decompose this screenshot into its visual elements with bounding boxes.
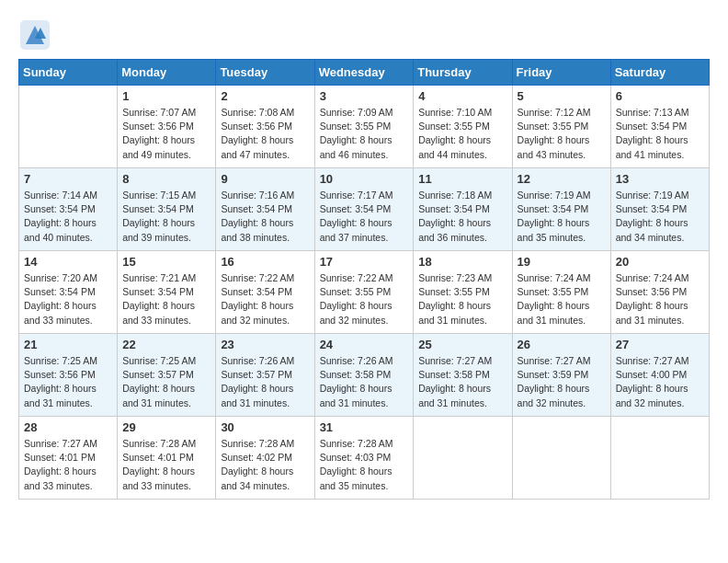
calendar-day-26: 26Sunrise: 7:27 AM Sunset: 3:59 PM Dayli… (512, 334, 610, 417)
day-info: Sunrise: 7:22 AM Sunset: 3:55 PM Dayligh… (320, 271, 409, 327)
day-info: Sunrise: 7:24 AM Sunset: 3:56 PM Dayligh… (616, 271, 704, 327)
day-number: 10 (320, 172, 409, 186)
calendar-day-10: 10Sunrise: 7:17 AM Sunset: 3:54 PM Dayli… (314, 168, 414, 251)
weekday-header-friday: Friday (512, 60, 610, 86)
day-number: 25 (418, 338, 506, 351)
calendar-week-row: 21Sunrise: 7:25 AM Sunset: 3:56 PM Dayli… (19, 334, 710, 417)
day-info: Sunrise: 7:09 AM Sunset: 3:55 PM Dayligh… (320, 106, 409, 162)
calendar-day-13: 13Sunrise: 7:19 AM Sunset: 3:54 PM Dayli… (610, 168, 709, 251)
calendar-day-2: 2Sunrise: 7:08 AM Sunset: 3:56 PM Daylig… (216, 86, 314, 168)
weekday-header-monday: Monday (118, 60, 216, 86)
day-number: 12 (518, 172, 606, 186)
day-info: Sunrise: 7:14 AM Sunset: 3:54 PM Dayligh… (24, 189, 112, 245)
calendar-day-25: 25Sunrise: 7:27 AM Sunset: 3:58 PM Dayli… (414, 334, 512, 417)
day-number: 28 (24, 420, 112, 434)
day-info: Sunrise: 7:13 AM Sunset: 3:54 PM Dayligh… (616, 106, 704, 162)
day-number: 14 (24, 255, 112, 269)
calendar-day-20: 20Sunrise: 7:24 AM Sunset: 3:56 PM Dayli… (610, 251, 709, 334)
calendar-empty-cell (512, 417, 610, 500)
day-number: 16 (221, 255, 309, 269)
calendar-day-14: 14Sunrise: 7:20 AM Sunset: 3:54 PM Dayli… (19, 251, 118, 334)
day-number: 26 (518, 338, 606, 351)
day-info: Sunrise: 7:08 AM Sunset: 3:56 PM Dayligh… (221, 106, 309, 162)
logo-icon (18, 18, 51, 52)
day-info: Sunrise: 7:16 AM Sunset: 3:54 PM Dayligh… (221, 189, 309, 245)
day-info: Sunrise: 7:15 AM Sunset: 3:54 PM Dayligh… (122, 189, 210, 245)
day-info: Sunrise: 7:27 AM Sunset: 3:59 PM Dayligh… (518, 354, 606, 410)
calendar-table: SundayMondayTuesdayWednesdayThursdayFrid… (18, 59, 710, 500)
day-info: Sunrise: 7:19 AM Sunset: 3:54 PM Dayligh… (616, 189, 704, 245)
calendar-empty-cell (610, 417, 709, 500)
calendar-empty-cell (414, 417, 512, 500)
day-info: Sunrise: 7:22 AM Sunset: 3:54 PM Dayligh… (221, 271, 309, 327)
calendar-day-6: 6Sunrise: 7:13 AM Sunset: 3:54 PM Daylig… (610, 86, 709, 168)
calendar-day-16: 16Sunrise: 7:22 AM Sunset: 3:54 PM Dayli… (216, 251, 314, 334)
calendar-day-7: 7Sunrise: 7:14 AM Sunset: 3:54 PM Daylig… (19, 168, 118, 251)
calendar-day-12: 12Sunrise: 7:19 AM Sunset: 3:54 PM Dayli… (512, 168, 610, 251)
calendar-day-15: 15Sunrise: 7:21 AM Sunset: 3:54 PM Dayli… (118, 251, 216, 334)
day-number: 2 (221, 89, 309, 103)
weekday-header-tuesday: Tuesday (216, 60, 314, 86)
calendar-day-22: 22Sunrise: 7:25 AM Sunset: 3:57 PM Dayli… (118, 334, 216, 417)
day-number: 20 (616, 255, 704, 269)
day-info: Sunrise: 7:25 AM Sunset: 3:56 PM Dayligh… (24, 354, 112, 410)
weekday-header-thursday: Thursday (414, 60, 512, 86)
calendar-day-9: 9Sunrise: 7:16 AM Sunset: 3:54 PM Daylig… (216, 168, 314, 251)
calendar-week-row: 28Sunrise: 7:27 AM Sunset: 4:01 PM Dayli… (19, 417, 710, 500)
day-number: 13 (616, 172, 704, 186)
calendar-day-11: 11Sunrise: 7:18 AM Sunset: 3:54 PM Dayli… (414, 168, 512, 251)
day-info: Sunrise: 7:24 AM Sunset: 3:55 PM Dayligh… (518, 271, 606, 327)
calendar-day-24: 24Sunrise: 7:26 AM Sunset: 3:58 PM Dayli… (314, 334, 414, 417)
day-number: 5 (518, 89, 606, 103)
day-info: Sunrise: 7:26 AM Sunset: 3:58 PM Dayligh… (320, 354, 409, 410)
calendar-day-28: 28Sunrise: 7:27 AM Sunset: 4:01 PM Dayli… (19, 417, 118, 500)
calendar-day-4: 4Sunrise: 7:10 AM Sunset: 3:55 PM Daylig… (414, 86, 512, 168)
calendar-empty-cell (19, 86, 118, 168)
day-number: 15 (122, 255, 210, 269)
calendar-day-30: 30Sunrise: 7:28 AM Sunset: 4:02 PM Dayli… (216, 417, 314, 500)
calendar-day-19: 19Sunrise: 7:24 AM Sunset: 3:55 PM Dayli… (512, 251, 610, 334)
day-number: 18 (418, 255, 506, 269)
day-info: Sunrise: 7:28 AM Sunset: 4:01 PM Dayligh… (122, 437, 210, 493)
calendar-day-3: 3Sunrise: 7:09 AM Sunset: 3:55 PM Daylig… (314, 86, 414, 168)
day-info: Sunrise: 7:25 AM Sunset: 3:57 PM Dayligh… (122, 354, 210, 410)
day-number: 8 (122, 172, 210, 186)
day-number: 4 (418, 89, 506, 103)
day-number: 6 (616, 89, 704, 103)
day-number: 31 (320, 420, 409, 434)
day-info: Sunrise: 7:28 AM Sunset: 4:03 PM Dayligh… (320, 437, 409, 493)
day-info: Sunrise: 7:23 AM Sunset: 3:55 PM Dayligh… (418, 271, 506, 327)
day-info: Sunrise: 7:27 AM Sunset: 3:58 PM Dayligh… (418, 354, 506, 410)
calendar-day-31: 31Sunrise: 7:28 AM Sunset: 4:03 PM Dayli… (314, 417, 414, 500)
calendar-day-21: 21Sunrise: 7:25 AM Sunset: 3:56 PM Dayli… (19, 334, 118, 417)
day-info: Sunrise: 7:12 AM Sunset: 3:55 PM Dayligh… (518, 106, 606, 162)
calendar-week-row: 7Sunrise: 7:14 AM Sunset: 3:54 PM Daylig… (19, 168, 710, 251)
calendar-day-29: 29Sunrise: 7:28 AM Sunset: 4:01 PM Dayli… (118, 417, 216, 500)
calendar-day-5: 5Sunrise: 7:12 AM Sunset: 3:55 PM Daylig… (512, 86, 610, 168)
day-number: 3 (320, 89, 409, 103)
calendar-day-23: 23Sunrise: 7:26 AM Sunset: 3:57 PM Dayli… (216, 334, 314, 417)
calendar-day-18: 18Sunrise: 7:23 AM Sunset: 3:55 PM Dayli… (414, 251, 512, 334)
calendar-day-27: 27Sunrise: 7:27 AM Sunset: 4:00 PM Dayli… (610, 334, 709, 417)
day-info: Sunrise: 7:18 AM Sunset: 3:54 PM Dayligh… (418, 189, 506, 245)
day-number: 7 (24, 172, 112, 186)
day-info: Sunrise: 7:07 AM Sunset: 3:56 PM Dayligh… (122, 106, 210, 162)
day-info: Sunrise: 7:19 AM Sunset: 3:54 PM Dayligh… (518, 189, 606, 245)
day-info: Sunrise: 7:10 AM Sunset: 3:55 PM Dayligh… (418, 106, 506, 162)
weekday-header-sunday: Sunday (19, 60, 118, 86)
calendar-day-8: 8Sunrise: 7:15 AM Sunset: 3:54 PM Daylig… (118, 168, 216, 251)
day-number: 1 (122, 89, 210, 103)
calendar-week-row: 1Sunrise: 7:07 AM Sunset: 3:56 PM Daylig… (19, 86, 710, 168)
day-info: Sunrise: 7:21 AM Sunset: 3:54 PM Dayligh… (122, 271, 210, 327)
day-number: 21 (24, 338, 112, 351)
calendar-day-1: 1Sunrise: 7:07 AM Sunset: 3:56 PM Daylig… (118, 86, 216, 168)
day-info: Sunrise: 7:27 AM Sunset: 4:00 PM Dayligh… (616, 354, 704, 410)
day-number: 17 (320, 255, 409, 269)
day-number: 22 (122, 338, 210, 351)
day-info: Sunrise: 7:28 AM Sunset: 4:02 PM Dayligh… (221, 437, 309, 493)
weekday-header-saturday: Saturday (610, 60, 709, 86)
header-logo (18, 18, 55, 52)
day-info: Sunrise: 7:20 AM Sunset: 3:54 PM Dayligh… (24, 271, 112, 327)
weekday-header-wednesday: Wednesday (314, 60, 414, 86)
page-container: SundayMondayTuesdayWednesdayThursdayFrid… (18, 18, 710, 500)
